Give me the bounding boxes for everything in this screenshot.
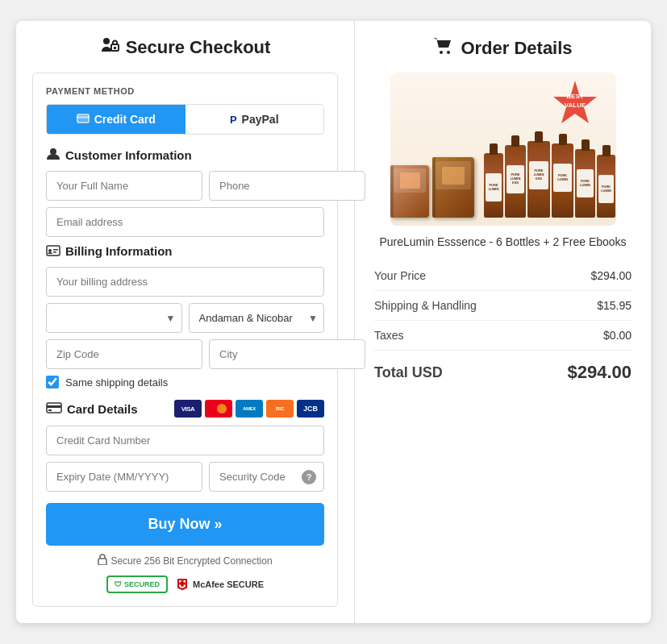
ebook-1 xyxy=(390,165,429,218)
svg-text:BEST: BEST xyxy=(566,93,583,100)
svg-rect-9 xyxy=(53,249,58,251)
same-shipping-checkbox[interactable] xyxy=(46,376,59,388)
same-shipping-row: Same shipping details xyxy=(46,376,324,388)
lock-icon xyxy=(98,554,107,567)
same-shipping-label[interactable]: Same shipping details xyxy=(65,376,168,388)
mcafee-icon: ⛨ xyxy=(176,576,190,593)
card-details-icon xyxy=(46,402,62,416)
left-panel-title: Secure Checkout xyxy=(32,37,338,58)
right-panel: Order Details xyxy=(355,21,651,623)
billing-section-title: Billing Information xyxy=(46,243,324,259)
secure-checkout-icon xyxy=(100,37,119,58)
credit-card-tab-icon xyxy=(77,113,90,126)
svg-rect-13 xyxy=(48,409,52,411)
product-image-area: PURELUMIN PURELUMINESS PURELUMINESS PURE… xyxy=(374,73,632,226)
svg-rect-4 xyxy=(77,116,90,118)
svg-rect-16 xyxy=(98,559,106,565)
bottle-3: PURELUMINESS xyxy=(527,141,550,218)
tab-paypal[interactable]: P PayPal xyxy=(186,105,324,134)
city-input[interactable] xyxy=(209,339,365,369)
country-state-row: United States India United Kingdom ▼ And… xyxy=(46,303,324,333)
mastercard-icon xyxy=(205,400,232,418)
customer-icon xyxy=(46,147,60,163)
svg-point-15 xyxy=(217,404,227,413)
secure-text: Secure 256 Bit Encrypted Connection xyxy=(46,554,324,567)
expiry-input[interactable] xyxy=(46,462,202,492)
address-row xyxy=(46,267,324,297)
customer-section-title: Customer Information xyxy=(46,147,324,163)
best-value-badge: BEST VALUE xyxy=(550,79,600,132)
price-line: Your Price $294.00 xyxy=(374,261,632,291)
bottle-2: PURELUMINESS xyxy=(505,145,526,218)
ebooks-image xyxy=(390,157,474,218)
svg-point-0 xyxy=(103,38,110,44)
expiry-security-row: ? xyxy=(46,462,324,492)
security-help-icon[interactable]: ? xyxy=(302,470,316,484)
svg-point-8 xyxy=(48,249,52,252)
email-input[interactable] xyxy=(46,207,324,237)
address-input[interactable] xyxy=(46,267,324,297)
billing-icon xyxy=(46,243,60,259)
card-details-header: Card Details VISA AMEX DISC JCB xyxy=(46,400,324,418)
bottle-5: PURELUMIN xyxy=(575,149,595,218)
left-panel: Secure Checkout PAYMENT METHOD Credit Ca… xyxy=(16,21,355,623)
form-card: PAYMENT METHOD Credit Card P PayPal xyxy=(32,73,338,607)
tab-credit-card[interactable]: Credit Card xyxy=(47,105,186,134)
mcafee-badge: ⛨ McAfee SECURE xyxy=(176,576,264,593)
phone-input[interactable] xyxy=(209,171,365,201)
paypal-icon: P xyxy=(230,114,237,126)
card-icons-group: VISA AMEX DISC JCB xyxy=(174,400,324,418)
name-phone-row xyxy=(46,171,324,201)
trust-badges: 🛡 SECURED ⛨ McAfee SECURE xyxy=(46,575,324,593)
visa-icon: VISA xyxy=(174,400,202,418)
card-number-input[interactable] xyxy=(46,426,324,455)
full-name-input[interactable] xyxy=(46,171,202,201)
shipping-line: Shipping & Handling $15.95 xyxy=(374,291,632,321)
svg-point-18 xyxy=(447,51,450,54)
svg-point-17 xyxy=(440,51,443,54)
right-panel-title: Order Details xyxy=(374,37,632,60)
taxes-line: Taxes $0.00 xyxy=(374,321,632,351)
zip-city-row xyxy=(46,339,324,369)
secured-badge: 🛡 SECURED xyxy=(106,575,168,593)
security-input-wrapper: ? xyxy=(209,462,324,492)
svg-point-6 xyxy=(50,148,56,155)
checkout-container: Secure Checkout PAYMENT METHOD Credit Ca… xyxy=(16,21,651,623)
svg-text:VALUE: VALUE xyxy=(564,102,586,109)
ebook-2 xyxy=(432,157,474,218)
payment-method-label: PAYMENT METHOD xyxy=(46,86,324,96)
bottle-4: PURELUMIN xyxy=(552,143,573,218)
email-row xyxy=(46,207,324,237)
amex-icon: AMEX xyxy=(236,400,263,418)
svg-rect-2 xyxy=(114,47,116,49)
bottle-6: PURELUMIN xyxy=(597,155,615,218)
total-line: Total USD $294.00 xyxy=(374,351,632,391)
cart-icon xyxy=(433,37,454,60)
country-select-wrapper: United States India United Kingdom ▼ xyxy=(46,303,182,333)
shield-icon: 🛡 xyxy=(115,580,122,588)
card-section-title: Card Details xyxy=(46,402,138,416)
bottle-1: PURELUMIN xyxy=(484,153,503,218)
payment-tabs: Credit Card P PayPal xyxy=(46,104,324,135)
svg-rect-10 xyxy=(53,251,56,253)
jcb-icon: JCB xyxy=(297,400,324,418)
svg-rect-12 xyxy=(47,405,61,408)
state-select[interactable]: Andaman & Nicobar Delhi Maharashtra xyxy=(189,303,325,333)
product-name: PureLumin Esssence - 6 Bottles + 2 Free … xyxy=(374,235,632,248)
bottles-image: PURELUMIN PURELUMINESS PURELUMINESS PURE… xyxy=(484,141,615,218)
state-select-wrapper: Andaman & Nicobar Delhi Maharashtra ▼ xyxy=(189,303,325,333)
buy-now-button[interactable]: Buy Now » xyxy=(46,503,324,546)
card-number-row xyxy=(46,426,324,455)
discover-icon: DISC xyxy=(266,400,294,418)
country-select[interactable]: United States India United Kingdom xyxy=(46,303,182,333)
zip-input[interactable] xyxy=(46,339,202,369)
